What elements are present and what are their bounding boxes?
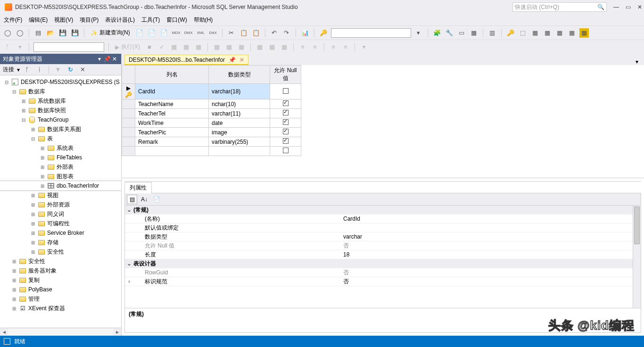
cell-type[interactable]: image bbox=[209, 128, 270, 137]
tree-db-diagram[interactable]: ⊞数据库关系图 bbox=[0, 124, 121, 134]
uncomment-icon[interactable]: ≡ bbox=[341, 42, 350, 52]
tree-synonyms[interactable]: ⊞同义词 bbox=[0, 209, 121, 219]
tree-teachgroup[interactable]: ⊟TeachGroup bbox=[0, 115, 121, 124]
find-icon[interactable]: 🔑 bbox=[319, 28, 328, 38]
indent-icon-2[interactable]: ≡ bbox=[310, 42, 320, 52]
paste-icon[interactable]: 📋 bbox=[251, 28, 261, 38]
result-icon-1[interactable]: ▦ bbox=[212, 42, 222, 52]
tree-xevent[interactable]: ⊞☑XEvent 探查器 bbox=[0, 304, 121, 313]
tab-close-icon[interactable]: ✕ bbox=[239, 57, 244, 63]
cell-allownull[interactable] bbox=[270, 118, 301, 128]
menu-help[interactable]: 帮助(H) bbox=[194, 16, 213, 24]
prop-name[interactable]: (名称)CardId bbox=[125, 215, 641, 223]
table-designer[interactable]: 列名 数据类型 允许 Null 值 ▶🔑 CardId varchar(18) … bbox=[122, 65, 644, 178]
row-selector[interactable] bbox=[122, 99, 135, 109]
save-icon[interactable]: 💾 bbox=[58, 28, 67, 38]
indent-icon-1[interactable]: ≡ bbox=[298, 42, 307, 52]
prop-datatype[interactable]: 数据类型varchar bbox=[125, 232, 641, 241]
tab-column-properties[interactable]: 列属性 bbox=[124, 182, 152, 193]
menu-tools[interactable]: 工具(T) bbox=[141, 16, 160, 24]
tree-security-db[interactable]: ⊞安全性 bbox=[0, 247, 121, 256]
connect-icon[interactable]: ᚶ bbox=[23, 65, 32, 74]
categorized-icon[interactable]: ▤ bbox=[127, 195, 137, 204]
horizontal-scrollbar[interactable]: ◂ ▸ bbox=[0, 328, 121, 336]
open-icon[interactable]: 📂 bbox=[46, 28, 55, 38]
fulltext-icon[interactable]: ▦ bbox=[555, 28, 564, 38]
cell-name[interactable]: CardId bbox=[135, 84, 209, 99]
tree-service-broker[interactable]: ⊞Service Broker bbox=[0, 228, 121, 238]
properties-grid[interactable]: ⌄(常规) (名称)CardId 默认值或绑定 数据类型varchar 允许 N… bbox=[124, 206, 641, 308]
cell-type[interactable]: varchar(18) bbox=[209, 84, 270, 99]
tree-programmability[interactable]: ⊞可编程性 bbox=[0, 219, 121, 228]
alphabetical-icon[interactable]: A↓ bbox=[139, 195, 149, 204]
redo-icon[interactable]: ↷ bbox=[282, 28, 291, 38]
tree-server-objects[interactable]: ⊞服务器对象 bbox=[0, 266, 121, 275]
plugin-icon[interactable]: 🧩 bbox=[432, 28, 442, 38]
cell-name[interactable]: Remark bbox=[135, 137, 209, 147]
result-icon-3[interactable]: ▦ bbox=[237, 42, 246, 52]
key-icon[interactable]: 🔑 bbox=[506, 28, 515, 38]
options-icon[interactable]: ▾ bbox=[359, 42, 369, 52]
cell-name[interactable]: TeacherName bbox=[135, 99, 209, 109]
cell-type[interactable] bbox=[209, 147, 270, 156]
pin-icon[interactable]: 📌 bbox=[229, 57, 236, 63]
script-dmx-icon[interactable]: DMX bbox=[184, 28, 193, 38]
result-icon-2[interactable]: ▦ bbox=[224, 42, 234, 52]
cell-allownull[interactable] bbox=[270, 147, 301, 156]
prop-allownull[interactable]: 允许 Null 值否 bbox=[125, 241, 641, 250]
dropdown-icon[interactable]: ▾ bbox=[414, 28, 423, 38]
table-row[interactable]: Remark varbinary(255) bbox=[122, 137, 301, 147]
tree-security[interactable]: ⊞安全性 bbox=[0, 256, 121, 266]
prop-length[interactable]: 长度18 bbox=[125, 250, 641, 259]
cell-allownull[interactable] bbox=[270, 137, 301, 147]
tree-external-res[interactable]: ⊞外部资源 bbox=[0, 200, 121, 209]
comment-icon[interactable]: ≡ bbox=[329, 42, 338, 52]
designer-icon-1[interactable]: ▥ bbox=[487, 28, 497, 38]
cell-name[interactable]: TeacherTel bbox=[135, 109, 209, 118]
script-dax-icon[interactable]: DAX bbox=[208, 28, 218, 38]
branch-icon[interactable]: ᚶ bbox=[3, 42, 12, 52]
col-header-name[interactable]: 列名 bbox=[135, 66, 209, 84]
row-selector[interactable] bbox=[122, 118, 135, 128]
cell-type[interactable]: varchar(11) bbox=[209, 109, 270, 118]
pulse-icon[interactable]: ✕ bbox=[78, 65, 87, 74]
filter-icon[interactable]: ▾ bbox=[15, 42, 25, 52]
cell-name[interactable]: TeacherPic bbox=[135, 128, 209, 137]
col-header-type[interactable]: 数据类型 bbox=[209, 66, 270, 84]
prop-rowguid[interactable]: RowGuid否 bbox=[125, 268, 641, 277]
cell-allownull[interactable] bbox=[270, 128, 301, 137]
index-icon[interactable]: ▦ bbox=[530, 28, 540, 38]
check-icon[interactable]: ▦ bbox=[543, 28, 552, 38]
save-all-icon[interactable]: 💾 bbox=[70, 28, 80, 38]
table-row[interactable]: TeacherName nchar(10) bbox=[122, 99, 301, 109]
cut-icon[interactable]: ✂ bbox=[227, 28, 236, 38]
script-icon-3[interactable]: 📄 bbox=[159, 28, 169, 38]
plan-icon-1[interactable]: ▦ bbox=[169, 42, 179, 52]
plan-icon-2[interactable]: ▦ bbox=[182, 42, 191, 52]
new-query-button[interactable]: ✨ 新建查询(N) bbox=[89, 29, 132, 37]
menu-window[interactable]: 窗口(W) bbox=[166, 16, 187, 24]
wrench-icon[interactable]: 🔧 bbox=[445, 28, 454, 38]
copy-icon[interactable]: 📋 bbox=[239, 28, 248, 38]
new-project-icon[interactable]: ▤ bbox=[33, 28, 43, 38]
script-xmla-icon[interactable]: XML bbox=[196, 28, 206, 38]
scroll-left-icon[interactable]: ◂ bbox=[0, 329, 8, 335]
window-icon[interactable]: ▭ bbox=[457, 28, 466, 38]
undo-icon[interactable]: ↶ bbox=[270, 28, 279, 38]
result-icon-5[interactable]: ▦ bbox=[267, 42, 277, 52]
panel-dropdown-icon[interactable]: ▾ bbox=[96, 56, 103, 62]
connect-label[interactable]: 连接 bbox=[3, 66, 14, 74]
script-mdx-icon[interactable]: MDX bbox=[172, 28, 181, 38]
tabs-dropdown-icon[interactable]: ▾ bbox=[633, 58, 641, 65]
tree-db-snapshot[interactable]: ⊞数据库快照 bbox=[0, 106, 121, 115]
refresh-icon[interactable]: ↻ bbox=[66, 65, 75, 74]
properties-scrollbar[interactable] bbox=[633, 206, 641, 308]
scrollbar-thumb[interactable] bbox=[634, 207, 640, 244]
plan-icon-3[interactable]: ▦ bbox=[194, 42, 203, 52]
prop-category-general[interactable]: ⌄(常规) bbox=[125, 206, 641, 215]
row-selector[interactable] bbox=[122, 137, 135, 147]
menu-file[interactable]: 文件(F) bbox=[4, 16, 22, 24]
tree-sys-tables[interactable]: ⊞系统表 bbox=[0, 143, 121, 153]
scroll-right-icon[interactable]: ▸ bbox=[113, 329, 121, 335]
tree-storage[interactable]: ⊞存储 bbox=[0, 238, 121, 247]
